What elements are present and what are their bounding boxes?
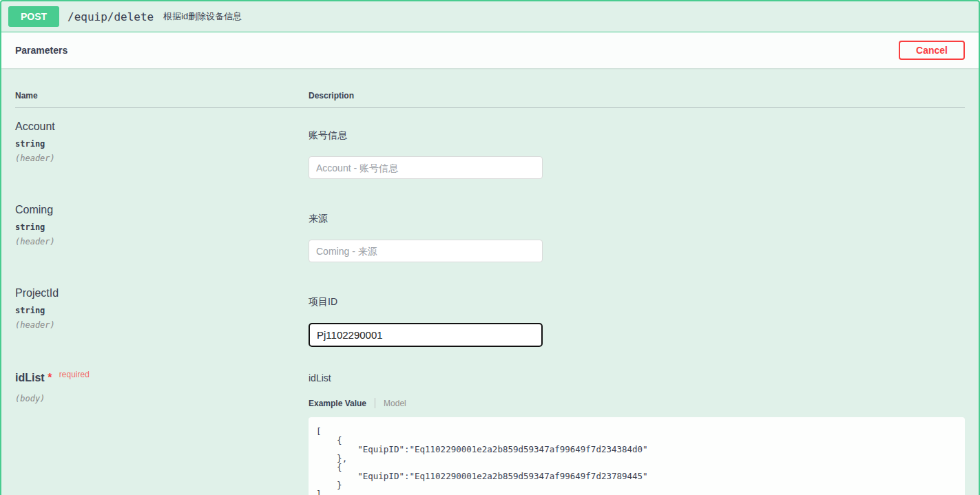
cancel-button[interactable]: Cancel (899, 41, 965, 60)
param-description: 项目ID (309, 296, 965, 308)
param-description: idList (309, 372, 965, 383)
param-row-idlist: idList * required (body) idList Example … (15, 359, 965, 495)
account-input[interactable] (309, 156, 543, 179)
param-name: Account (15, 120, 309, 133)
param-location: (header) (15, 320, 309, 330)
param-type: string (15, 139, 309, 149)
required-label: required (59, 370, 90, 379)
example-model-tabs: Example Value Model (309, 398, 965, 408)
param-name: Coming (15, 204, 309, 216)
endpoint-description: 根据id删除设备信息 (163, 10, 242, 23)
param-location: (body) (15, 394, 309, 403)
tab-model[interactable]: Model (384, 399, 406, 408)
parameters-table: Name Description Account string (header)… (1, 68, 979, 495)
column-header-description: Description (309, 91, 965, 101)
body-parameter-editor[interactable]: [ { "EquipID":"Eq1102290001e2a2b859d5934… (309, 417, 965, 495)
required-asterisk: * (48, 372, 52, 383)
operation-summary[interactable]: POST /equip/delete 根据id删除设备信息 (1, 1, 979, 32)
param-name: idList (15, 372, 45, 383)
parameters-title: Parameters (15, 45, 67, 56)
http-method-badge: POST (8, 6, 59, 27)
param-type: string (15, 222, 309, 232)
param-location: (header) (15, 237, 309, 246)
param-description: 来源 (309, 213, 965, 225)
projectid-input[interactable] (309, 323, 543, 347)
column-header-name: Name (15, 91, 309, 101)
coming-input[interactable] (309, 240, 543, 262)
parameters-section-header: Parameters Cancel (1, 32, 979, 68)
operation-block-post: POST /equip/delete 根据id删除设备信息 Parameters… (0, 0, 980, 495)
param-row-projectid: ProjectId string (header) 项目ID (15, 275, 965, 359)
param-row-coming: Coming string (header) 来源 (15, 191, 965, 275)
tab-divider (375, 398, 375, 408)
param-description: 账号信息 (309, 129, 965, 142)
table-header-row: Name Description (15, 68, 965, 108)
param-row-account: Account string (header) 账号信息 (15, 108, 965, 191)
param-type: string (15, 306, 309, 315)
param-location: (header) (15, 154, 309, 163)
endpoint-path: /equip/delete (67, 10, 154, 23)
param-name: ProjectId (15, 287, 309, 299)
tab-example-value[interactable]: Example Value (309, 399, 366, 408)
